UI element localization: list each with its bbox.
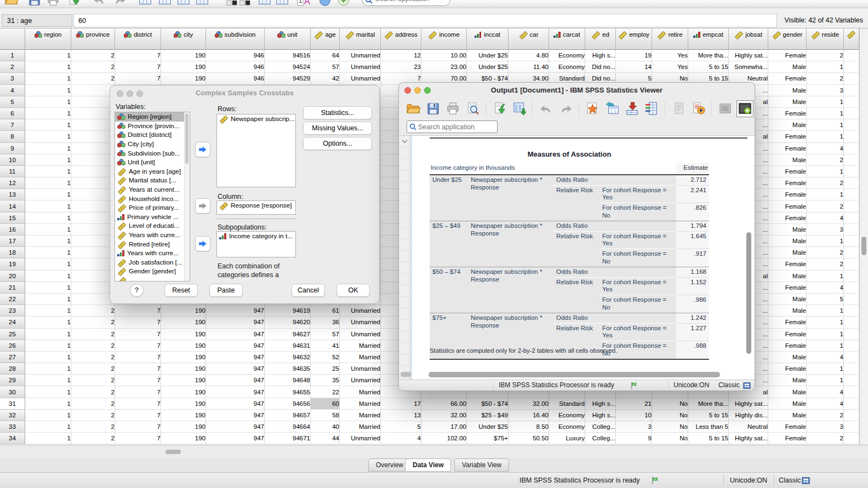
cell-province-20[interactable] — [71, 271, 115, 282]
cell-region-9[interactable]: 1 — [25, 143, 71, 154]
cell-province-6[interactable] — [71, 108, 115, 119]
grid-horizontal-scrollbar[interactable] — [0, 445, 868, 458]
column-header-gender[interactable]: gender — [768, 28, 807, 50]
cell-gender-1[interactable]: Female — [768, 50, 807, 61]
open-icon[interactable] — [406, 101, 421, 117]
cell-region-26[interactable]: 1 — [25, 340, 71, 352]
cell-province-18[interactable] — [71, 247, 115, 259]
viewer-search-input[interactable] — [416, 123, 495, 131]
row-number-7[interactable]: 7 — [0, 119, 25, 131]
row-number-13[interactable]: 13 — [0, 189, 25, 200]
cell-province-21[interactable] — [71, 282, 115, 294]
run-script-icon[interactable] — [690, 101, 706, 117]
cell-gender-3[interactable]: Female — [768, 73, 807, 84]
cell-age-23[interactable]: 61 — [311, 305, 340, 317]
cell-gender-2[interactable]: Male — [768, 61, 807, 73]
cell-extra-4[interactable] — [844, 85, 859, 96]
cell-retire-1[interactable]: Yes — [652, 50, 688, 61]
main-search-field[interactable] — [362, 0, 450, 6]
statistics-button[interactable]: Statistics... — [303, 106, 372, 119]
cell-district-31[interactable]: 7 — [115, 398, 161, 410]
goto-case-icon[interactable] — [624, 101, 640, 117]
tab-variable-view[interactable]: Variable View — [454, 458, 509, 472]
cell-reside-15[interactable]: 4 — [807, 213, 844, 224]
cell-region-8[interactable]: 1 — [25, 131, 71, 142]
insert-object-icon[interactable] — [737, 101, 753, 117]
dialog-minimize-button[interactable] — [127, 90, 133, 97]
cell-province-26[interactable]: 2 — [71, 340, 115, 352]
cell-employ-2[interactable]: 14 — [616, 61, 652, 73]
cell-address-34[interactable]: 4 — [381, 433, 421, 444]
grid-vertical-scrollbar[interactable] — [859, 28, 868, 445]
cell-retire-33[interactable]: No — [652, 421, 688, 433]
cell-inccat-31[interactable]: $50 - $74 — [467, 398, 509, 410]
variable-item[interactable]: Region [region] — [115, 112, 190, 122]
cell-district-27[interactable]: 7 — [115, 352, 161, 363]
cell-district-32[interactable]: 7 — [115, 410, 161, 421]
cell-ed-31[interactable]: High s... — [585, 398, 616, 410]
cell-unit-2[interactable]: 94524 — [265, 61, 311, 73]
cell-extra-16[interactable] — [844, 224, 859, 236]
cell-gender-30[interactable]: Male — [768, 386, 807, 398]
cell-extra-19[interactable] — [844, 259, 859, 270]
use-variable-sets-icon[interactable] — [336, 0, 351, 7]
cell-reside-22[interactable]: 5 — [807, 294, 844, 305]
cell-extra-23[interactable] — [844, 305, 859, 317]
cell-region-17[interactable]: 1 — [25, 236, 71, 247]
cell-extra-9[interactable] — [844, 143, 859, 154]
cell-province-34[interactable]: 2 — [71, 433, 115, 444]
cell-reside-29[interactable]: 1 — [807, 375, 844, 386]
cell-extra-29[interactable] — [844, 375, 859, 386]
cell-gender-32[interactable]: Male — [768, 410, 807, 421]
cell-unit-29[interactable]: 94648 — [265, 375, 311, 386]
row-number-24[interactable]: 24 — [0, 317, 25, 328]
cell-employ-32[interactable]: 10 — [616, 410, 652, 421]
cell-city-32[interactable]: 190 — [161, 410, 206, 421]
cell-gender-9[interactable]: Female — [768, 143, 807, 154]
cell-region-3[interactable]: 1 — [25, 73, 71, 84]
viewer-search-field[interactable] — [407, 120, 498, 133]
cell-inccat-32[interactable]: $25 - $49 — [467, 410, 509, 421]
variable-item[interactable]: District [district] — [115, 130, 190, 140]
cell-unit-28[interactable]: 94635 — [265, 363, 311, 375]
viewer-zoom-button[interactable] — [424, 87, 431, 94]
cell-extra-25[interactable] — [844, 329, 859, 340]
cell-ed-34[interactable]: Colleg... — [585, 433, 616, 444]
cell-region-13[interactable]: 1 — [25, 189, 71, 200]
cell-reside-3[interactable]: 2 — [807, 73, 844, 84]
cell-extra-24[interactable] — [844, 317, 859, 328]
cell-gender-25[interactable]: Female — [768, 329, 807, 340]
row-number-29[interactable]: 29 — [0, 375, 25, 386]
row-number-30[interactable]: 30 — [0, 386, 25, 398]
cell-marital-34[interactable]: Unmarried — [340, 433, 381, 444]
row-number-6[interactable]: 6 — [0, 108, 25, 119]
cell-region-22[interactable]: 1 — [25, 294, 71, 305]
cell-city-34[interactable]: 190 — [161, 433, 206, 444]
dialog-zoom-button[interactable] — [136, 90, 143, 97]
cell-district-29[interactable]: 7 — [115, 375, 161, 386]
cell-car-31[interactable]: 32.00 — [509, 398, 549, 410]
cell-region-25[interactable]: 1 — [25, 329, 71, 340]
cell-region-15[interactable]: 1 — [25, 213, 71, 224]
move-to-subpopulations-button[interactable] — [195, 236, 210, 251]
cell-subdivision-23[interactable]: 947 — [206, 305, 265, 317]
cell-age-24[interactable]: 36 — [311, 317, 340, 328]
cell-gender-12[interactable]: Female — [768, 177, 807, 189]
column-header-subdivision[interactable]: subdivision — [206, 28, 265, 50]
cell-income-33[interactable]: 17.00 — [421, 421, 467, 433]
pivot-table-icon[interactable] — [138, 0, 152, 7]
cell-reside-1[interactable]: 2 — [807, 50, 844, 61]
column-header-carcat[interactable]: carcat — [549, 28, 585, 50]
cell-extra-18[interactable] — [844, 247, 859, 259]
variables-list-scrollbar[interactable] — [184, 112, 190, 281]
outline-pane-collapsed[interactable] — [399, 136, 410, 381]
save-icon[interactable] — [27, 0, 42, 7]
variable-item[interactable]: Job satisfaction [... — [115, 258, 190, 267]
row-number-14[interactable]: 14 — [0, 200, 25, 212]
cell-gender-27[interactable]: Male — [768, 352, 807, 363]
row-number-18[interactable]: 18 — [0, 247, 25, 259]
cell-unit-3[interactable]: 94529 — [265, 73, 311, 84]
cell-subdivision-24[interactable]: 947 — [206, 317, 265, 328]
cell-retire-2[interactable]: Yes — [652, 61, 688, 73]
cell-gender-10[interactable]: Male — [768, 154, 807, 166]
